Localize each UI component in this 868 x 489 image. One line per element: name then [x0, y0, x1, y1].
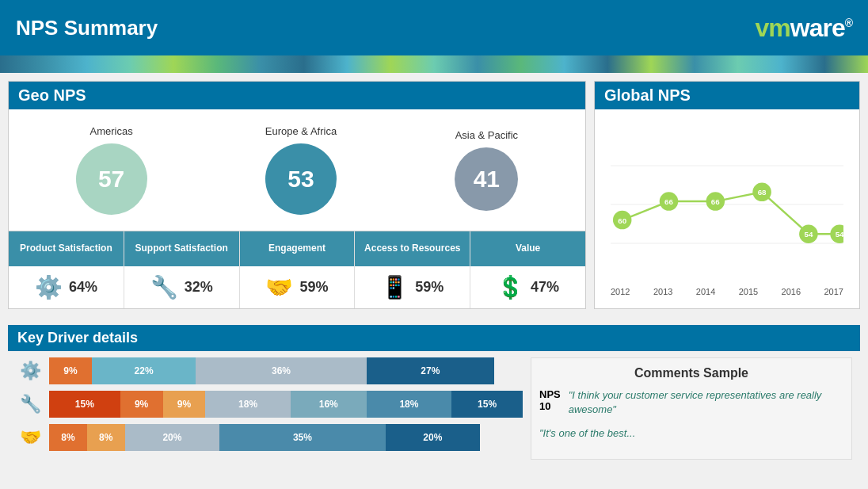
kpi-access-resources: Access to Resources 📱 59% [355, 231, 470, 308]
geo-item-asia: Asia & Pacific 41 [455, 129, 518, 211]
geo-circle-americas: 57 [76, 143, 147, 215]
bar-seg-1-3: 36% [196, 357, 366, 384]
kpi-row: Product Satisfaction ⚙️ 64% Support Sati… [9, 231, 585, 308]
year-2016: 2016 [782, 287, 801, 296]
bar-segments-2: 15% 9% 9% 18% 16% 18% 15% [49, 391, 523, 418]
engagement-icon: 🤝 [265, 274, 293, 300]
main-content: Geo NPS Americas 57 Europe & Africa 53 A… [0, 73, 868, 317]
comments-title: Comments Sample [539, 366, 843, 380]
geo-label-americas: Americas [90, 125, 133, 137]
year-2013: 2013 [653, 287, 672, 296]
global-nps-title: Global NPS [595, 82, 859, 109]
bar-seg-3-5: 20% [386, 424, 481, 451]
bar-seg-2-2: 9% [120, 391, 163, 418]
support-icon: 🔧 [150, 274, 178, 300]
bar-seg-3-4: 35% [219, 424, 385, 451]
bar-row-3: 🤝 8% 8% 20% 35% 20% [16, 424, 523, 451]
bar-icon-2: 🔧 [16, 394, 44, 415]
svg-text:66: 66 [664, 197, 673, 206]
geo-circle-asia: 41 [455, 147, 518, 211]
geo-label-europe: Europe & Africa [265, 125, 337, 137]
year-2012: 2012 [611, 287, 630, 296]
comments-panel: Comments Sample NPS 10 "I think your cus… [531, 357, 852, 460]
bar-seg-1-4: 27% [367, 357, 494, 384]
bottom-content: ⚙️ 9% 22% 36% 27% 🔧 15% 9% 9% 18% 16% 18… [8, 357, 860, 468]
bar-seg-3-3: 20% [125, 424, 220, 451]
header: NPS Summary vmware® [0, 0, 868, 55]
kpi-body-value: 💲 47% [470, 266, 585, 308]
bar-segments-3: 8% 8% 20% 35% 20% [49, 424, 523, 451]
svg-text:66: 66 [711, 197, 720, 206]
geo-value-americas: 57 [98, 166, 124, 193]
kpi-value-val: 47% [531, 279, 559, 296]
geo-value-asia: 41 [474, 166, 500, 193]
bar-row-1: ⚙️ 9% 22% 36% 27% [16, 357, 523, 384]
nps-score-1: NPS 10 "I think your customer service re… [539, 388, 843, 417]
kpi-value-engagement: 59% [299, 279, 328, 296]
svg-text:68: 68 [758, 188, 767, 197]
bar-icon-3: 🤝 [16, 427, 44, 448]
nps-line-svg: 60 66 66 68 54 54 [611, 125, 843, 284]
value-icon: 💲 [497, 274, 524, 300]
bar-seg-1-2: 22% [92, 357, 196, 384]
kpi-body-engagement: 🤝 59% [240, 266, 355, 308]
geo-item-europe: Europe & Africa 53 [265, 125, 337, 215]
geo-item-americas: Americas 57 [76, 125, 147, 215]
svg-text:60: 60 [618, 216, 626, 225]
bar-row-2: 🔧 15% 9% 9% 18% 16% 18% 15% [16, 391, 523, 418]
page-title: NPS Summary [16, 16, 158, 40]
kpi-body-product: ⚙️ 64% [9, 266, 124, 308]
bar-seg-2-3: 9% [163, 391, 206, 418]
geo-circles: Americas 57 Europe & Africa 53 Asia & Pa… [9, 109, 585, 231]
kpi-header-access: Access to Resources [355, 231, 470, 266]
kpi-body-support: 🔧 32% [124, 266, 239, 308]
product-icon: ⚙️ [35, 274, 63, 300]
bar-seg-2-7: 15% [451, 391, 523, 418]
bar-seg-2-5: 16% [291, 391, 367, 418]
geo-circle-europe: 53 [265, 143, 337, 215]
comment-text-1: "I think your customer service represent… [569, 388, 843, 417]
kpi-header-engagement: Engagement [240, 231, 355, 266]
year-2015: 2015 [739, 287, 758, 296]
geo-nps-panel: Geo NPS Americas 57 Europe & Africa 53 A… [8, 81, 586, 309]
chart-area: 60 66 66 68 54 54 [611, 125, 843, 284]
kpi-header-product: Product Satisfaction [9, 231, 124, 266]
bar-seg-3-2: 8% [87, 424, 125, 451]
kpi-value: Value 💲 47% [470, 231, 585, 308]
geo-nps-title: Geo NPS [9, 82, 585, 109]
key-driver-section: Key Driver details ⚙️ 9% 22% 36% 27% 🔧 1… [0, 317, 868, 476]
vmware-logo: vmware® [755, 13, 852, 43]
key-driver-title: Key Driver details [8, 325, 860, 351]
kpi-value-support: 32% [185, 279, 213, 296]
svg-text:54: 54 [836, 230, 843, 239]
bar-segments-1: 9% 22% 36% 27% [49, 357, 523, 384]
global-nps-panel: Global NPS 60 66 [594, 81, 860, 309]
bar-seg-3-1: 8% [49, 424, 87, 451]
bar-seg-2-1: 15% [49, 391, 120, 418]
geo-label-asia: Asia & Pacific [455, 129, 518, 141]
comment-block-1: NPS 10 "I think your customer service re… [539, 388, 843, 417]
kpi-header-value: Value [470, 231, 585, 266]
kpi-support-satisfaction: Support Satisfaction 🔧 32% [124, 231, 240, 308]
kpi-product-satisfaction: Product Satisfaction ⚙️ 64% [9, 231, 124, 308]
kpi-engagement: Engagement 🤝 59% [240, 231, 356, 308]
bar-icon-1: ⚙️ [16, 361, 44, 381]
year-2014: 2014 [696, 287, 715, 296]
kpi-value-product: 64% [69, 279, 97, 296]
bar-seg-2-6: 18% [367, 391, 452, 418]
geo-value-europe: 53 [287, 166, 314, 193]
nps-label-1: NPS 10 [539, 388, 561, 412]
kpi-body-access: 📱 59% [355, 266, 470, 308]
year-2017: 2017 [824, 287, 843, 296]
global-nps-chart: 60 66 66 68 54 54 2012 2013 2014 20 [595, 109, 859, 304]
bar-chart-area: ⚙️ 9% 22% 36% 27% 🔧 15% 9% 9% 18% 16% 18… [16, 357, 523, 460]
bar-seg-1-1: 9% [49, 357, 92, 384]
decorative-band [0, 55, 868, 73]
kpi-header-support: Support Satisfaction [124, 231, 239, 266]
access-icon: 📱 [381, 274, 409, 300]
svg-text:54: 54 [804, 230, 813, 239]
comment-text-2: "It's one of the best... [539, 426, 843, 441]
kpi-value-access: 59% [415, 279, 444, 296]
comment-block-2: "It's one of the best... [539, 426, 843, 441]
bar-seg-2-4: 18% [205, 391, 291, 418]
